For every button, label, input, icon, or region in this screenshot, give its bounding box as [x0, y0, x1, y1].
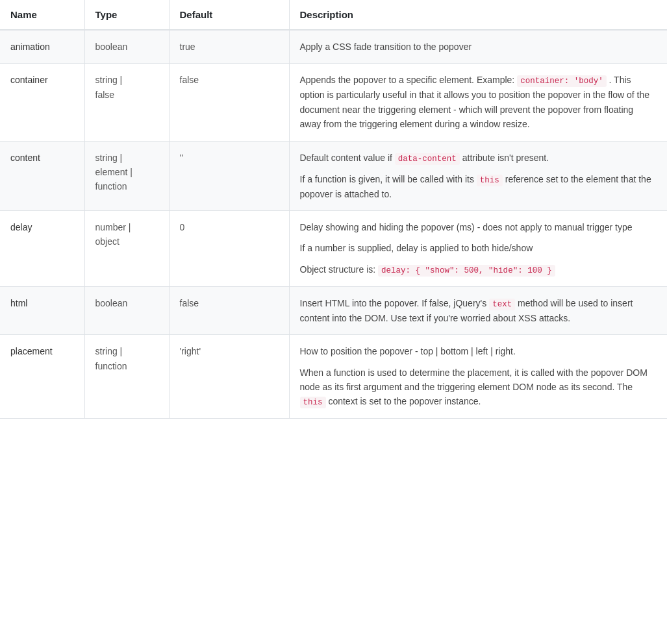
cell-description: Apply a CSS fade transition to the popov…: [289, 30, 667, 64]
cell-description: Appends the popover to a specific elemen…: [289, 64, 667, 141]
inline-code: text: [489, 299, 515, 310]
inline-code: this: [477, 175, 503, 186]
cell-name: delay: [0, 210, 84, 286]
desc-paragraph: Object structure is: delay: { "show": 50…: [300, 262, 657, 277]
cell-description: Delay showing and hiding the popover (ms…: [289, 210, 667, 286]
cell-type: string |element |function: [84, 141, 169, 210]
desc-paragraph: Delay showing and hiding the popover (ms…: [300, 220, 657, 234]
cell-description: Insert HTML into the popover. If false, …: [289, 286, 667, 334]
cell-name: container: [0, 64, 84, 141]
header-description: Description: [289, 0, 667, 30]
cell-name: placement: [0, 335, 84, 419]
desc-paragraph: Apply a CSS fade transition to the popov…: [300, 40, 657, 54]
cell-description: Default content value if data-content at…: [289, 141, 667, 210]
header-type: Type: [84, 0, 169, 30]
cell-default: false: [169, 64, 289, 141]
cell-default: false: [169, 286, 289, 334]
cell-type: boolean: [84, 286, 169, 334]
table-row: contentstring |element |function''Defaul…: [0, 141, 667, 210]
cell-default: 0: [169, 210, 289, 286]
inline-code: data-content: [395, 153, 460, 165]
table-row: animationbooleantrueApply a CSS fade tra…: [0, 30, 667, 64]
cell-type: string |false: [84, 64, 169, 141]
options-table: Name Type Default Description animationb…: [0, 0, 667, 419]
cell-type: number |object: [84, 210, 169, 286]
desc-paragraph: Appends the popover to a specific elemen…: [300, 73, 657, 131]
table-row: containerstring |falsefalseAppends the p…: [0, 64, 667, 141]
cell-type: string |function: [84, 335, 169, 419]
inline-code: delay: { "show": 500, "hide": 100 }: [378, 265, 555, 277]
cell-default: '': [169, 141, 289, 210]
desc-paragraph: Insert HTML into the popover. If false, …: [300, 296, 657, 325]
inline-code: container: 'body': [517, 75, 607, 87]
desc-paragraph: How to position the popover - top | bott…: [300, 344, 657, 358]
header-default: Default: [169, 0, 289, 30]
cell-name: html: [0, 286, 84, 334]
header-name: Name: [0, 0, 84, 30]
table-row: placementstring |function'right'How to p…: [0, 335, 667, 419]
cell-description: How to position the popover - top | bott…: [289, 335, 667, 419]
cell-name: animation: [0, 30, 84, 64]
table-header-row: Name Type Default Description: [0, 0, 667, 30]
desc-paragraph: When a function is used to determine the…: [300, 365, 657, 410]
desc-paragraph: If a function is given, it will be calle…: [300, 172, 657, 201]
table-row: delaynumber |object0Delay showing and hi…: [0, 210, 667, 286]
cell-type: boolean: [84, 30, 169, 64]
cell-name: content: [0, 141, 84, 210]
desc-paragraph: If a number is supplied, delay is applie…: [300, 241, 657, 255]
cell-default: true: [169, 30, 289, 64]
desc-paragraph: Default content value if data-content at…: [300, 151, 657, 166]
cell-default: 'right': [169, 335, 289, 419]
inline-code: this: [300, 397, 326, 408]
table-row: htmlbooleanfalseInsert HTML into the pop…: [0, 286, 667, 334]
